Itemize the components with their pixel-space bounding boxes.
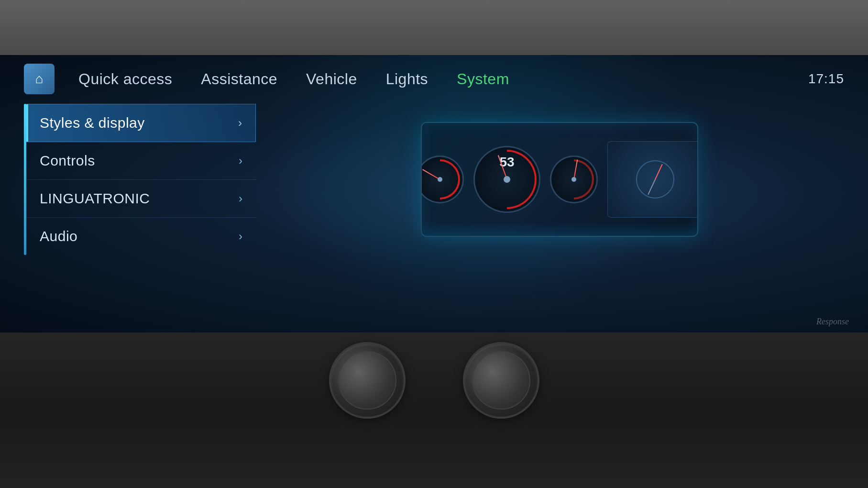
compass-needle-north — [655, 164, 663, 180]
gauge-arc-left — [421, 155, 464, 203]
gauge-center: 53 — [473, 146, 540, 213]
compass-needle-south — [648, 179, 656, 195]
gauge-circle-center: 53 — [473, 146, 540, 213]
menu-item-label-styles-display: Styles & display — [40, 115, 145, 131]
gauge-center-right — [571, 177, 576, 182]
nav-compass — [636, 160, 674, 199]
gauges-container: 53 — [421, 136, 698, 222]
menu-container: Styles & display › Controls › LINGUATRON… — [24, 104, 256, 255]
watermark: Response — [816, 317, 849, 327]
tab-quick-access[interactable]: Quick access — [78, 70, 172, 88]
nav-map-preview — [607, 141, 698, 218]
menu-item-label-linguatronic: LINGUATRONIC — [40, 190, 150, 207]
gauge-left — [421, 155, 464, 203]
top-bezel — [0, 0, 868, 55]
tab-assistance[interactable]: Assistance — [201, 70, 277, 88]
main-screen: ⌂ Quick access Assistance Vehicle Lights… — [0, 55, 868, 333]
screen-glow — [422, 222, 697, 236]
rotary-knob-right[interactable] — [463, 342, 539, 419]
instrument-preview-area: 53 — [275, 104, 844, 255]
menu-item-styles-display[interactable]: Styles & display › — [26, 104, 256, 142]
gauge-right — [550, 155, 598, 203]
gauge-center-center — [504, 176, 510, 183]
chevron-right-icon-styles: › — [238, 116, 242, 130]
tab-lights[interactable]: Lights — [386, 70, 428, 88]
menu-list: Styles & display › Controls › LINGUATRON… — [26, 104, 256, 255]
home-icon: ⌂ — [35, 72, 44, 86]
menu-item-label-audio: Audio — [40, 228, 77, 244]
menu-item-linguatronic[interactable]: LINGUATRONIC › — [26, 180, 256, 218]
menu-item-audio[interactable]: Audio › — [26, 218, 256, 255]
tab-system[interactable]: System — [457, 70, 509, 88]
chevron-right-icon-controls: › — [239, 154, 242, 167]
gauge-circle-left — [421, 155, 464, 203]
nav-tabs: Quick access Assistance Vehicle Lights S… — [78, 70, 808, 88]
rotary-knob-left[interactable] — [329, 342, 406, 419]
home-button[interactable]: ⌂ — [24, 64, 55, 94]
chevron-right-icon-audio: › — [239, 230, 242, 243]
chevron-right-icon-linguatronic: › — [239, 192, 242, 205]
tab-vehicle[interactable]: Vehicle — [306, 70, 357, 88]
content-area: Styles & display › Controls › LINGUATRON… — [0, 99, 868, 265]
gauge-circle-right — [550, 155, 598, 203]
nav-bar: ⌂ Quick access Assistance Vehicle Lights… — [0, 55, 868, 99]
menu-item-controls[interactable]: Controls › — [26, 142, 256, 180]
gauge-center-left — [438, 177, 442, 182]
bottom-bezel — [0, 333, 868, 488]
time-display: 17:15 — [808, 71, 844, 87]
menu-item-label-controls: Controls — [40, 153, 95, 169]
instrument-cluster: 53 — [421, 122, 698, 237]
